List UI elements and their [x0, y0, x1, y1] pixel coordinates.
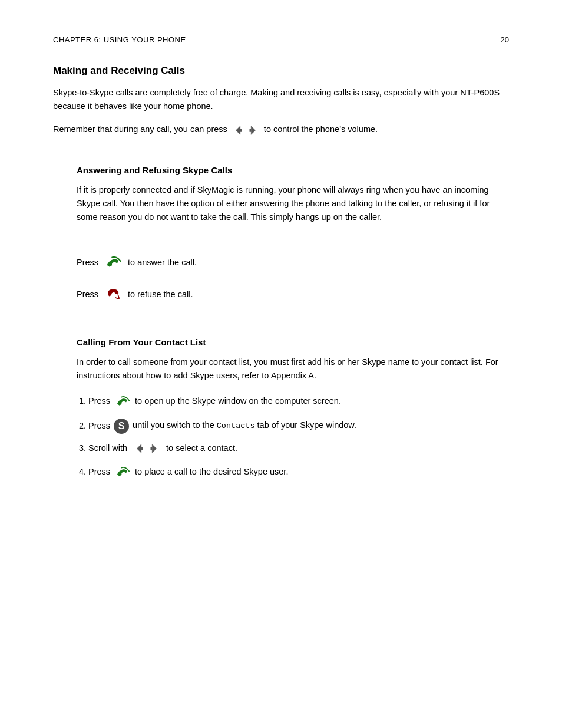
- press-label-refuse: Press: [77, 289, 98, 299]
- step-4-text: to place a call to the desired Skype use…: [135, 466, 288, 479]
- step-3-scroll: Scroll with: [88, 442, 127, 455]
- answer-phone-icon: [103, 252, 123, 272]
- chapter-title: CHAPTER 6: USING YOUR PHONE: [53, 35, 186, 44]
- page: CHAPTER 6: USING YOUR PHONE 20 Making an…: [0, 0, 562, 728]
- volume-icons-inline: [232, 124, 259, 137]
- svg-rect-3: [249, 129, 251, 132]
- step-1: Press to open up the Skype window on the…: [88, 393, 509, 410]
- step-4: Press to place a call to the desired Sky…: [88, 463, 509, 481]
- step-3-content: Scroll with to select a contact.: [88, 442, 237, 455]
- step-3-vol-down-icon: [133, 442, 146, 455]
- svg-marker-2: [251, 126, 255, 134]
- step-2-text: until you switch to the Contacts tab of …: [133, 419, 356, 432]
- press-label-answer: Press: [77, 258, 98, 267]
- step-3-vol-up-icon: [147, 442, 160, 455]
- step-3-volume-icons: [133, 442, 160, 455]
- refuse-phone-icon: [103, 284, 123, 304]
- svg-rect-1: [240, 129, 242, 132]
- calling-contact-list-title: Calling From Your Contact List: [77, 337, 509, 347]
- svg-marker-0: [236, 126, 240, 134]
- contacts-code: Contacts: [217, 421, 255, 430]
- step-4-content: Press to place a call to the desired Sky…: [88, 463, 288, 481]
- calling-contact-list-description: In order to call someone from your conta…: [77, 355, 509, 383]
- step-1-press: Press: [88, 395, 110, 408]
- step-1-text: to open up the Skype window on the compu…: [135, 395, 341, 408]
- press-refuse-line: Press to refuse the call.: [77, 284, 509, 304]
- main-section-title: Making and Receiving Calls: [53, 65, 509, 77]
- page-number: 20: [501, 35, 509, 44]
- step-1-answer-icon: [114, 393, 131, 410]
- page-header: CHAPTER 6: USING YOUR PHONE 20: [53, 35, 509, 47]
- volume-down-icon: [232, 124, 245, 137]
- steps-list: Press to open up the Skype window on the…: [88, 393, 509, 481]
- step-3: Scroll with to select a contact.: [88, 442, 509, 455]
- step-1-content: Press to open up the Skype window on the…: [88, 393, 341, 410]
- s-button-icon: S: [114, 419, 129, 434]
- press-refuse-text: to refuse the call.: [128, 289, 193, 299]
- volume-up-icon: [246, 124, 259, 137]
- answering-refusing-section: Answering and Refusing Skype Calls If it…: [77, 165, 509, 305]
- svg-rect-5: [141, 447, 143, 450]
- answering-refusing-title: Answering and Refusing Skype Calls: [77, 165, 509, 175]
- intro-paragraph-2: Remember that during any call, you can p…: [53, 123, 509, 136]
- step-2: Press S until you switch to the Contacts…: [88, 419, 509, 434]
- press-answer-line: Press to answer the call.: [77, 252, 509, 272]
- step-2-press: Press: [88, 420, 110, 433]
- svg-rect-7: [151, 447, 153, 450]
- svg-marker-4: [137, 444, 141, 453]
- calling-contact-list-section: Calling From Your Contact List In order …: [77, 337, 509, 480]
- step-3-text: to select a contact.: [166, 442, 237, 455]
- intro-para2-after: to control the phone’s volume.: [264, 124, 378, 134]
- svg-marker-6: [152, 444, 156, 453]
- step-2-content: Press S until you switch to the Contacts…: [88, 419, 356, 434]
- step-4-answer-icon: [114, 463, 131, 481]
- press-answer-text: to answer the call.: [128, 258, 197, 267]
- answering-refusing-description: If it is properly connected and if SkyMa…: [77, 183, 509, 225]
- intro-para2-before: Remember that during any call, you can p…: [53, 124, 227, 134]
- intro-paragraph-1: Skype-to-Skype calls are completely free…: [53, 86, 509, 113]
- step-4-press: Press: [88, 466, 110, 479]
